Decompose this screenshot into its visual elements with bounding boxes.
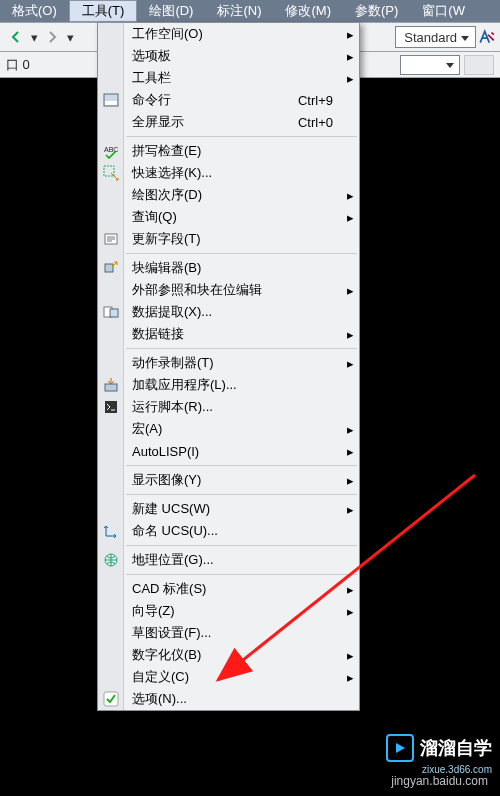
commandline-icon [98,89,124,111]
submenu-arrow-icon: ▸ [341,49,359,64]
layer-indicator[interactable]: 口 0 [6,56,30,74]
menu-updatefields[interactable]: 更新字段(T) [98,228,359,250]
menu-loadapp[interactable]: 加载应用程序(L)... [98,374,359,396]
accel-text: Ctrl+0 [298,115,341,130]
submenu-arrow-icon: ▸ [341,356,359,371]
menu-toolbars[interactable]: 工具栏▸ [98,67,359,89]
submenu-arrow-icon: ▸ [341,582,359,597]
submenu-arrow-icon: ▸ [341,27,359,42]
menu-macro[interactable]: 宏(A)▸ [98,418,359,440]
submenu-arrow-icon: ▸ [341,444,359,459]
menu-separator [126,465,357,466]
svg-rect-5 [105,264,113,272]
menu-separator [126,253,357,254]
submenu-arrow-icon: ▸ [341,210,359,225]
menu-workspace[interactable]: 工作空间(O)▸ [98,23,359,45]
menu-separator [126,136,357,137]
svg-rect-8 [105,384,117,391]
menu-format[interactable]: 格式(O) [0,0,69,22]
watermark-text: 溜溜自学 [420,736,492,760]
menu-palettes[interactable]: 选项板▸ [98,45,359,67]
menu-annotate[interactable]: 标注(N) [205,0,273,22]
menu-cadstandards[interactable]: CAD 标准(S)▸ [98,578,359,600]
menu-displayimage[interactable]: 显示图像(Y)▸ [98,469,359,491]
menu-modify[interactable]: 修改(M) [273,0,343,22]
submenu-arrow-icon: ▸ [341,473,359,488]
check-icon [98,688,124,710]
svg-rect-9 [105,401,117,413]
submenu-arrow-icon: ▸ [341,502,359,517]
svg-rect-1 [105,101,117,105]
runscript-icon [98,396,124,418]
submenu-arrow-icon: ▸ [341,604,359,619]
menu-options[interactable]: 选项(N)... [98,688,359,710]
svg-text:ABC: ABC [104,146,118,153]
menu-window[interactable]: 窗口(W [410,0,477,22]
menu-separator [126,545,357,546]
menu-separator [126,574,357,575]
submenu-arrow-icon: ▸ [341,188,359,203]
submenu-arrow-icon: ▸ [341,327,359,342]
svg-rect-7 [110,309,118,317]
back-dropdown-icon[interactable]: ▾ [28,30,40,45]
menu-xref-edit[interactable]: 外部参照和块在位编辑▸ [98,279,359,301]
menu-wizard[interactable]: 向导(Z)▸ [98,600,359,622]
style-value: Standard [404,30,457,45]
menu-params[interactable]: 参数(P) [343,0,410,22]
menu-customize[interactable]: 自定义(C)▸ [98,666,359,688]
tools-dropdown: 工作空间(O)▸ 选项板▸ 工具栏▸ 命令行Ctrl+9 全屏显示Ctrl+0 … [97,22,360,711]
layer-label: 口 0 [6,56,30,74]
quickselect-icon [98,162,124,184]
forward-dropdown-icon[interactable]: ▾ [64,30,76,45]
menubar: 格式(O) 工具(T) 绘图(D) 标注(N) 修改(M) 参数(P) 窗口(W [0,0,500,22]
forward-button[interactable] [40,26,64,48]
menu-commandline[interactable]: 命令行Ctrl+9 [98,89,359,111]
menu-runscript[interactable]: 运行脚本(R)... [98,396,359,418]
menu-dataextract[interactable]: 数据提取(X)... [98,301,359,323]
menu-quickselect[interactable]: 快速选择(K)... [98,162,359,184]
accel-text: Ctrl+9 [298,93,341,108]
menu-fullscreen[interactable]: 全屏显示Ctrl+0 [98,111,359,133]
loadapp-icon [98,374,124,396]
submenu-arrow-icon: ▸ [341,648,359,663]
submenu-arrow-icon: ▸ [341,71,359,86]
dataextract-icon [98,301,124,323]
menu-separator [126,494,357,495]
play-icon [386,734,414,762]
watermark: 溜溜自学 zixue.3d66.com [386,734,492,762]
blockeditor-icon [98,257,124,279]
style-select[interactable]: Standard [395,26,476,48]
menu-draworder[interactable]: 绘图次序(D)▸ [98,184,359,206]
menu-digitizer[interactable]: 数字化仪(B)▸ [98,644,359,666]
menu-draftsettings[interactable]: 草图设置(F)... [98,622,359,644]
submenu-arrow-icon: ▸ [341,283,359,298]
submenu-arrow-icon: ▸ [341,422,359,437]
menu-autolisp[interactable]: AutoLISP(I)▸ [98,440,359,462]
secondary-combo[interactable] [400,55,460,75]
menu-datalink[interactable]: 数据链接▸ [98,323,359,345]
spellcheck-icon: ABC [98,140,124,162]
globe-icon [98,549,124,571]
menu-spellcheck[interactable]: ABC拼写检查(E) [98,140,359,162]
ucs-icon [98,520,124,542]
menu-newucs[interactable]: 新建 UCS(W)▸ [98,498,359,520]
update-fields-icon [98,228,124,250]
secondary-buttons[interactable] [464,55,494,75]
menu-blockeditor[interactable]: 块编辑器(B) [98,257,359,279]
text-style-icon[interactable] [478,28,496,46]
menu-query[interactable]: 查询(Q)▸ [98,206,359,228]
menu-tools[interactable]: 工具(T) [69,0,138,22]
menu-namedaucs[interactable]: 命名 UCS(U)... [98,520,359,542]
menu-geolocation[interactable]: 地理位置(G)... [98,549,359,571]
menu-separator [126,348,357,349]
submenu-arrow-icon: ▸ [341,670,359,685]
back-button[interactable] [4,26,28,48]
source-text: jingyan.baidu.com [391,774,488,788]
menu-actionrecorder[interactable]: 动作录制器(T)▸ [98,352,359,374]
menu-draw[interactable]: 绘图(D) [137,0,205,22]
